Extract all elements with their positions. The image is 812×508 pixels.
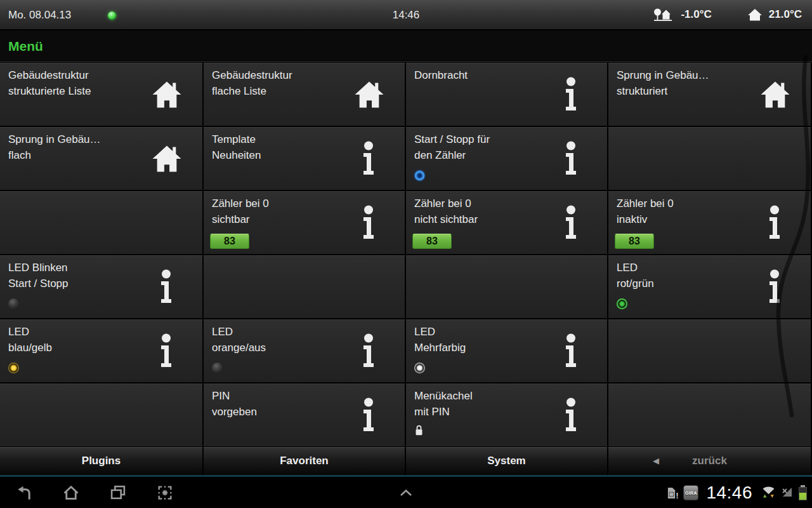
tablet-screen: Mo. 08.04.13 14:46 -1.0°C 21.0°C: [0, 0, 812, 508]
sim-alert-icon: !: [667, 487, 678, 499]
menu-tile-sprung-in-gebaeu-strukturiert[interactable]: Sprung in Gebäu…strukturiert: [608, 63, 811, 126]
indoor-temperature-value: 21.0°C: [769, 8, 802, 21]
tile-label-line1: Zähler bei 0: [414, 197, 471, 210]
screenshot-button[interactable]: [155, 483, 174, 502]
tab-label: Favoriten: [280, 455, 329, 467]
tile-label-line1: Menükachel: [414, 390, 473, 403]
tile-label-line2: vorgeben: [212, 406, 257, 418]
menu-tile-empty: [406, 255, 607, 318]
menu-tile-gebaeudestruktur-flache-liste[interactable]: Gebäudestrukturflache Liste: [204, 63, 405, 126]
tile-label-line2: inaktiv: [617, 213, 647, 226]
tile-label-line2: orange/aus: [212, 342, 266, 354]
tab-favoriten[interactable]: Favoriten: [204, 447, 405, 475]
tile-label-line1: Gebäudestruktur: [212, 69, 292, 82]
menu-tile-led-blinken-start-stopp[interactable]: LED BlinkenStart / Stopp: [0, 255, 202, 318]
menu-tile-zaehler-bei-0-nicht-sichtbar[interactable]: Zähler bei 0nicht sichtbar83: [406, 191, 607, 254]
info-icon: [563, 77, 579, 112]
menu-tile-sprung-in-gebaeu-flach[interactable]: Sprung in Gebäu…flach: [0, 127, 202, 190]
menu-tile-gebaeudestruktur-strukturierte-liste[interactable]: Gebäudestrukturstrukturierte Liste: [0, 63, 202, 126]
tile-label-line1: Dornbracht: [414, 69, 468, 82]
led-green-indicator: [617, 298, 627, 309]
page-title: Menü: [0, 39, 43, 54]
info-icon: [158, 333, 174, 369]
tile-grid: Gebäudestrukturstrukturierte ListeGebäud…: [0, 63, 812, 446]
tile-label-line1: Gebäudestruktur: [8, 69, 89, 82]
info-icon: [158, 269, 174, 305]
temperature-readouts: -1.0°C 21.0°C: [653, 0, 802, 29]
tab-system[interactable]: System: [406, 447, 607, 475]
android-nav-bar: ! GIRA 14:46: [0, 478, 812, 508]
tab-label: zurück: [692, 455, 727, 467]
info-icon: [766, 269, 783, 305]
counter-badge: 83: [412, 234, 452, 249]
menu-tile-led-orange-aus[interactable]: LEDorange/aus: [204, 319, 405, 382]
led-white-indicator: [414, 363, 425, 373]
screenshot-icon: [156, 484, 174, 502]
nav-buttons: [15, 478, 174, 508]
tile-label-line1: Template: [212, 133, 256, 146]
menu-tile-empty: [608, 319, 811, 382]
menu-tile-template-neuheiten[interactable]: TemplateNeuheiten: [204, 127, 405, 190]
counter-badge: 83: [210, 234, 249, 249]
tile-label-line1: Zähler bei 0: [617, 197, 674, 210]
tab-plugins[interactable]: Plugins: [0, 447, 202, 475]
tile-label-line2: nicht sichtbar: [414, 213, 478, 226]
info-icon: [360, 398, 377, 433]
recent-apps-button[interactable]: [108, 483, 128, 502]
tile-label-line1: LED: [8, 326, 29, 338]
sim-alert-mark: !: [676, 493, 678, 499]
led-yellow-indicator: [8, 363, 19, 373]
connection-status-led-icon: [108, 11, 116, 20]
led-blue-indicator: [414, 170, 425, 181]
tile-label-line1: LED: [617, 262, 638, 274]
status-clock: 14:46: [393, 9, 420, 22]
tile-label-line2: strukturiert: [617, 85, 667, 98]
tile-label-line1: Zähler bei 0: [212, 197, 269, 210]
menu-tile-led-blau-gelb[interactable]: LEDblau/gelb: [0, 319, 202, 382]
tile-label-line2: strukturierte Liste: [8, 85, 91, 98]
tile-label-line2: flach: [8, 149, 31, 162]
recent-apps-icon: [109, 484, 127, 502]
tile-label-line1: Sprung in Gebäu…: [617, 69, 709, 82]
page-header: Menü: [0, 30, 812, 62]
home-icon: [151, 80, 183, 109]
back-button[interactable]: [15, 483, 34, 502]
info-icon: [563, 141, 579, 177]
home-icon: [759, 80, 791, 109]
menu-tile-empty: [0, 384, 202, 446]
menu-tile-empty: [204, 255, 405, 318]
menu-tile-empty: [608, 127, 811, 190]
tab-row: Plugins Favoriten System ◀ zurück: [0, 447, 812, 475]
tile-label-line2: den Zähler: [414, 149, 466, 162]
menu-tile-zaehler-bei-0-inaktiv[interactable]: Zähler bei 0inaktiv83: [608, 191, 811, 254]
info-icon: [563, 333, 579, 369]
collapse-bar-button[interactable]: [398, 478, 414, 508]
tile-label-line1: Sprung in Gebäu…: [8, 133, 101, 146]
tile-label-line2: mit PIN: [414, 406, 450, 418]
menu-tile-empty: [608, 384, 811, 446]
home-icon: [151, 144, 183, 173]
menu-tile-menuekachel-mit-pin[interactable]: Menükachelmit PIN: [406, 384, 607, 446]
outdoor-temperature-icon: [653, 7, 674, 22]
tab-back[interactable]: ◀ zurück: [608, 447, 811, 475]
menu-tile-pin-vorgeben[interactable]: PINvorgeben: [204, 384, 405, 446]
battery-icon: [799, 487, 807, 500]
app-status-bar: Mo. 08.04.13 14:46 -1.0°C 21.0°C: [0, 0, 812, 30]
chevron-left-icon: ◀: [653, 456, 659, 465]
tile-label-line1: LED: [414, 326, 435, 338]
tab-label: System: [487, 455, 525, 467]
tile-label-line2: Neuheiten: [212, 149, 261, 162]
menu-tile-led-mehrfarbig[interactable]: LEDMehrfarbig: [406, 319, 607, 382]
info-icon: [766, 205, 783, 241]
menu-tile-zaehler-bei-0-sichtbar[interactable]: Zähler bei 0sichtbar83: [204, 191, 405, 254]
menu-tile-start-stopp-fuer-den-zaehler[interactable]: Start / Stopp fürden Zähler: [406, 127, 607, 190]
menu-tile-led-rot-gruen[interactable]: LEDrot/grün: [608, 255, 811, 318]
no-signal-icon: [781, 485, 794, 500]
system-tray[interactable]: ! GIRA 14:46: [667, 478, 807, 508]
tile-label-line2: rot/grün: [617, 277, 654, 290]
tile-label-line2: flache Liste: [212, 85, 266, 98]
home-button[interactable]: [62, 483, 81, 502]
menu-tile-dornbracht[interactable]: Dornbracht: [406, 63, 607, 126]
tile-label-line2: Start / Stopp: [8, 277, 69, 290]
chevron-up-icon: [398, 489, 414, 497]
